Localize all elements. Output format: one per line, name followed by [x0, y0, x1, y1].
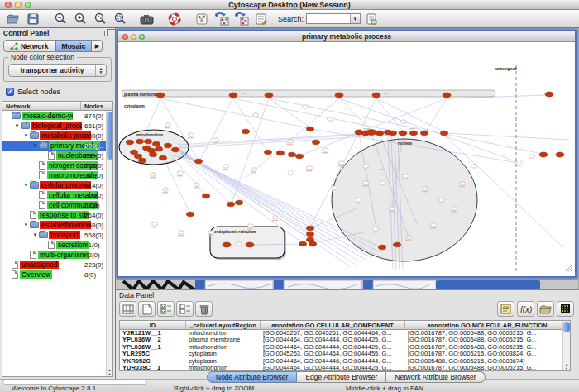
tree-row[interactable]: response to stimulu264(0)	[2, 210, 106, 220]
heatmap-icon[interactable]	[557, 301, 574, 317]
tree-row[interactable]: secretion41(0)	[2, 240, 106, 250]
table-cell[interactable]: [GO:0044464, GO:0044444, GO:0044425, G..…	[261, 344, 405, 351]
table-row[interactable]: YJR121W__1mitochondrion[GO:0045267, GO:0…	[120, 330, 570, 337]
formula-builder-icon[interactable]: f(x)	[517, 301, 534, 317]
more-tabs-arrow-icon[interactable]: ▶	[92, 40, 103, 52]
open-file-icon[interactable]	[3, 11, 22, 27]
select-attributes-icon[interactable]	[157, 301, 175, 317]
tree-row[interactable]: ▼cellular process614(0)	[2, 180, 106, 190]
table-row[interactable]: YPL036W__1mitochondrion[GO:0044464, GO:0…	[120, 344, 570, 351]
network-view-window[interactable]: primary metabolic process plasma membran…	[117, 30, 577, 278]
tree-row[interactable]: ▼primary metabo209(...	[2, 141, 106, 151]
expand-arrow-icon[interactable]: ▼	[13, 123, 21, 128]
table-cell[interactable]: mitochondrion	[186, 344, 261, 351]
table-scrollbar-arrows[interactable]: ▲▼	[563, 362, 570, 370]
tab-network[interactable]: Network	[3, 40, 55, 52]
network-overview-icon[interactable]	[192, 11, 211, 27]
expand-arrow-icon[interactable]: ▼	[22, 133, 30, 138]
table-cell[interactable]: [GO:0005488, GO:0005215, GO:0003674]	[405, 358, 570, 365]
tree-row[interactable]: cellular metabol209(0)	[2, 190, 106, 200]
tree-row[interactable]: nitrogen compo209(0)	[2, 160, 106, 170]
table-cell[interactable]: [GO:0016787, GO:0005488, GO:0005215, G..…	[405, 330, 570, 337]
table-row[interactable]: YKR052Ccytoplasm[GO:0044464, GO:0044446,…	[120, 358, 570, 365]
table-cell[interactable]: YJR121W__1	[120, 330, 186, 337]
tree-scrollbar[interactable]: ▲▼	[106, 111, 112, 376]
search-input[interactable]	[307, 14, 350, 23]
tree-scrollbar-thumb[interactable]	[107, 112, 112, 160]
tree-row[interactable]: ▼establishment of lo558(0)	[2, 220, 106, 230]
delete-attribute-icon[interactable]	[195, 301, 213, 317]
table-row[interactable]: YLR295Ccytoplasm[GO:0045263, GO:0044464,…	[120, 351, 570, 357]
tree-column-nodes[interactable]: Nodes	[81, 102, 112, 110]
table-cell[interactable]: [GO:0016787, GO:0005488, GO:0005215, G..…	[405, 344, 570, 351]
table-scrollbar-thumb[interactable]	[563, 322, 570, 332]
window-resize-grip[interactable]	[566, 265, 572, 271]
zoom-out-icon[interactable]	[50, 11, 69, 27]
tree-row[interactable]: mosaic-demo-yeast874(0)	[2, 111, 106, 121]
network-canvas[interactable]: plasma membrane cytoplasm mitochondrion …	[118, 42, 574, 273]
tree-row[interactable]: macromolecule311(0)	[2, 170, 106, 180]
table-cell[interactable]: [GO:0045267, GO:0045261, GO:0044464, G..…	[261, 330, 405, 337]
table-cell[interactable]: mitochondrion	[186, 330, 261, 337]
close-button[interactable]	[5, 2, 12, 8]
table-row[interactable]: YPL036W__2plasma membrane[GO:0044464, GO…	[120, 337, 570, 343]
minimize-button[interactable]	[15, 2, 22, 8]
tree-row[interactable]: ▼biological_process651(0)	[2, 121, 106, 131]
import-annotation-icon[interactable]	[361, 11, 380, 27]
search-dropdown-icon[interactable]: ▼	[350, 14, 360, 23]
table-scrollbar[interactable]: ▲▼	[562, 321, 570, 370]
open-attribute-file-icon[interactable]	[537, 301, 554, 317]
snapshot-icon[interactable]	[137, 11, 156, 27]
table-cell[interactable]: cytoplasm	[186, 351, 261, 357]
column-header-molecular-function[interactable]: annotation.GO MOLECULAR_FUNCTION	[405, 321, 570, 329]
region-plasma-membrane[interactable]: plasma membrane	[122, 90, 495, 97]
tree-scrollbar-arrows[interactable]: ▲▼	[107, 368, 112, 376]
column-header-cellular-component[interactable]: annotation.GO CELLULAR_COMPONENT	[261, 321, 405, 329]
tab-network-attribute-browser[interactable]: Network Attribute Browser	[386, 371, 485, 383]
view-close-button[interactable]	[122, 34, 128, 40]
maximize-button[interactable]	[25, 2, 31, 8]
zoom-selected-icon[interactable]	[110, 11, 129, 27]
expand-arrow-icon[interactable]: ▼	[31, 143, 39, 148]
column-header-region[interactable]: _cellularLayoutRegion	[186, 321, 261, 329]
expand-arrow-icon[interactable]: ▼	[22, 183, 30, 188]
tree-row[interactable]: ▼transport558(0)	[2, 230, 106, 240]
node-color-dropdown[interactable]: transporter activity ▲▼	[8, 64, 107, 77]
select-nodes-checkbox[interactable]: ✓	[6, 88, 14, 96]
expand-arrow-icon[interactable]: ▼	[22, 222, 30, 227]
tab-mosaic[interactable]: Mosaic	[55, 40, 93, 52]
apply-layout-b-icon[interactable]	[232, 11, 251, 27]
table-cell[interactable]: [GO:0044464, GO:0044444, GO:0044425, G..…	[261, 337, 405, 343]
table-cell[interactable]: [GO:0044464, GO:0044446, GO:0044444, G..…	[261, 358, 405, 365]
table-cell[interactable]: plasma membrane	[186, 337, 261, 343]
float-panel-icon[interactable]	[104, 31, 112, 36]
zoom-in-icon[interactable]	[70, 11, 89, 27]
network-view-titlebar[interactable]: primary metabolic process	[118, 31, 575, 42]
zoom-fit-icon[interactable]	[90, 11, 109, 27]
help-icon[interactable]	[165, 11, 184, 27]
notes-icon[interactable]	[497, 301, 514, 317]
table-cell[interactable]: YPL036W__2	[120, 337, 186, 343]
region-mitochondrion[interactable]: mitochondrion	[119, 130, 189, 165]
new-attribute-icon[interactable]	[138, 301, 156, 317]
expand-arrow-icon[interactable]: ▼	[31, 232, 39, 237]
unselect-attributes-icon[interactable]	[176, 301, 194, 317]
save-icon[interactable]	[23, 11, 42, 27]
table-cell[interactable]: [GO:0016787, GO:0005488, GO:0005215, G..…	[405, 337, 570, 343]
view-minimize-button[interactable]	[131, 34, 136, 40]
tree-row[interactable]: cell communicat22(0)	[2, 200, 106, 210]
tree-row[interactable]: nucleobase-209(0)	[2, 151, 106, 160]
tree-row[interactable]: Overview8(0)	[2, 270, 106, 280]
table-cell[interactable]: [GO:0016787, GO:0005215, GO:0003824, G..…	[405, 351, 570, 357]
table-cell[interactable]: cytoplasm	[186, 358, 261, 365]
table-cell[interactable]: YKR052C	[120, 358, 186, 365]
table-cell[interactable]: YLR295C	[120, 351, 186, 357]
edit-preferences-icon[interactable]	[251, 11, 270, 27]
tree-row[interactable]: multi-organism pro42(0)	[2, 250, 106, 260]
column-header-id[interactable]: ID	[120, 321, 186, 329]
view-maximize-button[interactable]	[139, 34, 145, 40]
tree-row[interactable]: unassigned223(0)	[2, 260, 106, 270]
table-cell[interactable]: YDR039C__1	[120, 365, 186, 371]
tab-node-attribute-browser[interactable]: Node Attribute Browser	[207, 371, 297, 383]
table-cell[interactable]: [GO:0045263, GO:0044464, GO:0044455, G..…	[261, 351, 405, 357]
